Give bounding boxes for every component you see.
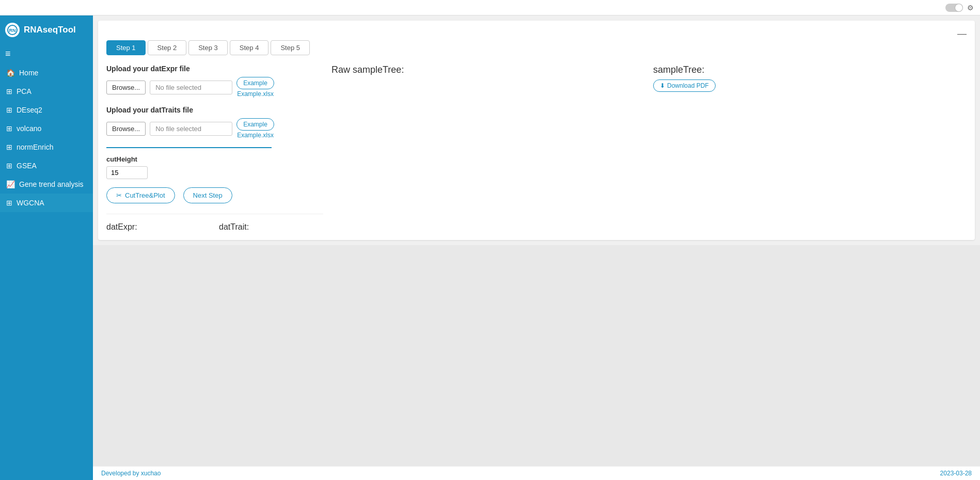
tab-step2[interactable]: Step 2 bbox=[148, 40, 187, 55]
home-icon: 🏠 bbox=[6, 69, 15, 77]
datexpr-file-name: No file selected bbox=[150, 81, 232, 94]
datexpr-example-button[interactable]: Example bbox=[236, 77, 274, 89]
scissors-icon: ✂ bbox=[116, 191, 122, 199]
sidebar-item-normenrich[interactable]: ⊞ normEnrich bbox=[0, 138, 93, 156]
upload-dattraits-row: Browse... No file selected Example Examp… bbox=[106, 118, 323, 139]
dattraits-example-link[interactable]: Example.xlsx bbox=[237, 132, 274, 139]
normenrich-icon: ⊞ bbox=[6, 143, 12, 151]
sidebar-item-normenrich-label: normEnrich bbox=[17, 143, 54, 151]
download-pdf-label: Download PDF bbox=[667, 82, 709, 89]
left-panel: Upload your datExpr file Browse... No fi… bbox=[106, 65, 323, 232]
steps-tabs: Step 1 Step 2 Step 3 Step 4 Step 5 bbox=[106, 40, 967, 55]
data-display-row: datExpr: datTrait: bbox=[106, 214, 323, 232]
upload-datexpr-label: Upload your datExpr file bbox=[106, 65, 323, 73]
raw-sample-tree-title: Raw sampleTree: bbox=[331, 65, 645, 75]
tab-step3[interactable]: Step 3 bbox=[188, 40, 228, 55]
wgcna-icon: ⊞ bbox=[6, 199, 12, 207]
card-header-actions: — bbox=[106, 29, 967, 38]
deseq2-icon: ⊞ bbox=[6, 106, 12, 114]
download-pdf-button[interactable]: ⬇ Download PDF bbox=[653, 79, 716, 92]
datexpr-display-panel: datExpr: bbox=[106, 222, 211, 232]
footer: Developed by xuchao 2023-03-28 bbox=[93, 466, 980, 480]
cut-tree-button[interactable]: ✂ CutTree&Plot bbox=[106, 187, 175, 203]
sidebar-item-volcano[interactable]: ⊞ volcano bbox=[0, 119, 93, 138]
sidebar-item-gsea[interactable]: ⊞ GSEA bbox=[0, 156, 93, 175]
upload-dattraits-label: Upload your datTraits file bbox=[106, 106, 323, 114]
upload-datexpr-section: Upload your datExpr file Browse... No fi… bbox=[106, 65, 323, 98]
sidebar: RN RNAseqTool ≡ 🏠 Home ⊞ PCA ⊞ DEseq2 ⊞ … bbox=[0, 15, 93, 480]
sample-tree-panel: sampleTree: ⬇ Download PDF bbox=[653, 65, 967, 232]
main-content: — Step 1 Step 2 Step 3 Step 4 Step 5 Upl… bbox=[93, 15, 980, 480]
action-buttons: ✂ CutTree&Plot Next Step bbox=[106, 187, 323, 203]
tab-step1[interactable]: Step 1 bbox=[106, 40, 146, 55]
top-bar: ⚙ bbox=[0, 0, 980, 15]
gsea-icon: ⊞ bbox=[6, 162, 12, 170]
download-icon: ⬇ bbox=[660, 82, 665, 89]
gray-area bbox=[93, 245, 980, 466]
sidebar-header: RN RNAseqTool bbox=[0, 15, 93, 44]
divider bbox=[106, 147, 272, 148]
dattraits-file-name: No file selected bbox=[150, 122, 232, 136]
app-title: RNAseqTool bbox=[24, 25, 76, 35]
minimize-button[interactable]: — bbox=[957, 29, 967, 38]
tab-step5[interactable]: Step 5 bbox=[271, 40, 310, 55]
sidebar-item-gene-trend-label: Gene trend analysis bbox=[19, 180, 84, 188]
datexpr-example-link[interactable]: Example.xlsx bbox=[237, 90, 274, 98]
sidebar-item-pca[interactable]: ⊞ PCA bbox=[0, 82, 93, 101]
main-card: — Step 1 Step 2 Step 3 Step 4 Step 5 Upl… bbox=[98, 21, 975, 240]
volcano-icon: ⊞ bbox=[6, 124, 12, 133]
dattrait-display-panel: datTrait: bbox=[219, 222, 323, 232]
app-body: RN RNAseqTool ≡ 🏠 Home ⊞ PCA ⊞ DEseq2 ⊞ … bbox=[0, 15, 980, 480]
sidebar-item-home[interactable]: 🏠 Home bbox=[0, 63, 93, 82]
footer-right: 2023-03-28 bbox=[940, 470, 972, 477]
cutheight-section: cutHeight bbox=[106, 155, 323, 179]
sidebar-item-pca-label: PCA bbox=[17, 87, 31, 95]
cut-tree-label: CutTree&Plot bbox=[125, 191, 165, 199]
hamburger-icon[interactable]: ≡ bbox=[0, 44, 93, 63]
gene-trend-icon: 📈 bbox=[6, 180, 15, 188]
gear-icon[interactable]: ⚙ bbox=[967, 4, 974, 12]
sidebar-nav: 🏠 Home ⊞ PCA ⊞ DEseq2 ⊞ volcano ⊞ normEn… bbox=[0, 63, 93, 212]
browse-datexpr-button[interactable]: Browse... bbox=[106, 81, 146, 94]
tab-step4[interactable]: Step 4 bbox=[230, 40, 269, 55]
raw-sample-tree-panel: Raw sampleTree: bbox=[331, 65, 645, 232]
theme-toggle[interactable] bbox=[945, 4, 963, 12]
dattrait-display-title: datTrait: bbox=[219, 222, 323, 232]
logo-icon: RN bbox=[5, 23, 20, 37]
right-panel: Raw sampleTree: sampleTree: ⬇ Download P… bbox=[331, 65, 967, 232]
upload-dattraits-section: Upload your datTraits file Browse... No … bbox=[106, 106, 323, 139]
sidebar-item-volcano-label: volcano bbox=[17, 124, 41, 133]
pca-icon: ⊞ bbox=[6, 87, 12, 95]
footer-left: Developed by xuchao bbox=[101, 470, 161, 477]
sidebar-item-deseq2-label: DEseq2 bbox=[17, 106, 42, 114]
upload-datexpr-row: Browse... No file selected Example Examp… bbox=[106, 77, 323, 98]
sidebar-item-wgcna[interactable]: ⊞ WGCNA bbox=[0, 194, 93, 212]
cutheight-label: cutHeight bbox=[106, 155, 323, 163]
cutheight-input[interactable] bbox=[106, 166, 148, 179]
svg-text:RN: RN bbox=[9, 28, 16, 33]
sidebar-item-gene-trend[interactable]: 📈 Gene trend analysis bbox=[0, 175, 93, 194]
dattraits-example-button[interactable]: Example bbox=[236, 118, 274, 131]
sidebar-item-gsea-label: GSEA bbox=[17, 162, 37, 170]
sidebar-item-home-label: Home bbox=[19, 69, 38, 77]
browse-dattraits-button[interactable]: Browse... bbox=[106, 122, 146, 136]
sidebar-item-wgcna-label: WGCNA bbox=[17, 199, 44, 207]
next-step-button[interactable]: Next Step bbox=[183, 187, 232, 203]
sample-tree-title: sampleTree: bbox=[653, 65, 967, 75]
toggle-knob bbox=[955, 4, 962, 11]
datexpr-display-title: datExpr: bbox=[106, 222, 211, 232]
sidebar-item-deseq2[interactable]: ⊞ DEseq2 bbox=[0, 101, 93, 119]
